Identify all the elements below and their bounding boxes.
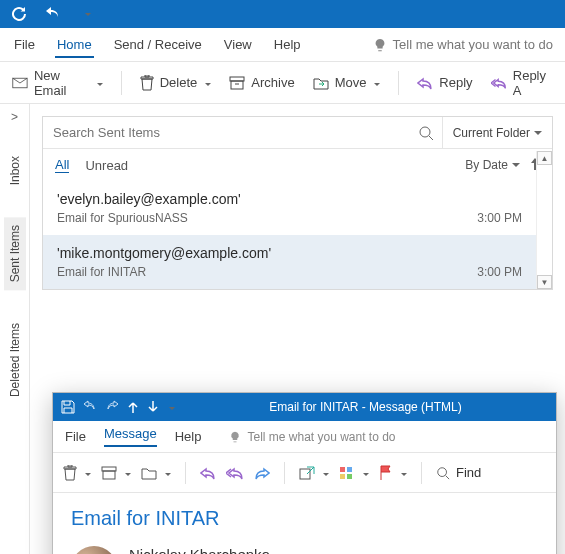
qat-more-icon[interactable] <box>76 3 98 25</box>
forward-button[interactable] <box>254 466 270 480</box>
sort-by-date[interactable]: By Date <box>465 158 520 172</box>
compose-tell-me-label: Tell me what you want to do <box>247 430 395 444</box>
message-list-pane: Current Folder All Unread By Date 'evely… <box>42 116 553 290</box>
rail-expand-icon[interactable]: > <box>11 110 18 124</box>
tab-file[interactable]: File <box>12 31 37 58</box>
redo-icon[interactable] <box>105 400 119 414</box>
archive-button[interactable]: Archive <box>229 75 294 90</box>
categories-icon <box>339 466 355 480</box>
compose-title-bar: Email for INITAR - Message (HTML) <box>53 393 556 421</box>
delete-label: Delete <box>160 75 198 90</box>
archive-icon <box>229 76 245 90</box>
folder-icon <box>141 466 157 480</box>
reply-icon <box>200 466 216 480</box>
refresh-icon[interactable] <box>8 3 30 25</box>
delete-split-button[interactable] <box>63 465 91 481</box>
separator <box>185 462 186 484</box>
reply-all-icon <box>226 466 244 480</box>
reply-button[interactable] <box>200 466 216 480</box>
reply-all-icon <box>491 76 507 90</box>
item-time: 3:00 PM <box>477 211 522 225</box>
reply-button[interactable]: Reply <box>417 75 472 90</box>
forward-icon <box>254 466 270 480</box>
menu-bar: File Home Send / Receive View Help Tell … <box>0 28 565 62</box>
svg-rect-1 <box>230 77 244 81</box>
folder-move-icon <box>313 76 329 90</box>
separator <box>284 462 285 484</box>
tab-view[interactable]: View <box>222 31 254 58</box>
flag-icon <box>379 465 393 481</box>
tab-home[interactable]: Home <box>55 31 94 58</box>
svg-rect-4 <box>102 467 116 471</box>
tell-me-search[interactable]: Tell me what you want to do <box>373 37 553 52</box>
move-button[interactable]: Move <box>313 75 381 90</box>
compose-tab-message[interactable]: Message <box>104 426 157 447</box>
follow-up-button[interactable] <box>379 465 407 481</box>
message-items: 'evelyn.bailey@example.com' Email for Sp… <box>43 181 552 289</box>
delete-button[interactable]: Delete <box>140 75 212 91</box>
scroll-down-icon[interactable]: ▼ <box>537 275 552 289</box>
message-header: Nickolay Kharchenko To 'mike.montgomery@… <box>71 546 538 554</box>
separator <box>121 71 122 95</box>
save-icon[interactable] <box>61 400 75 414</box>
reply-all-label: Reply A <box>513 68 553 98</box>
move-split-button[interactable] <box>141 465 171 480</box>
undo-icon[interactable] <box>83 400 97 414</box>
item-subject: Email for SpuriousNASS <box>57 211 188 225</box>
search-icon[interactable] <box>410 125 442 141</box>
svg-rect-8 <box>347 467 352 472</box>
reply-all-button[interactable]: Reply A <box>491 68 553 98</box>
list-item[interactable]: 'mike.montgomery@example.com' Email for … <box>43 235 536 289</box>
compose-qat-more-icon[interactable] <box>167 400 175 414</box>
svg-rect-6 <box>300 469 310 479</box>
compose-title: Email for INITAR - Message (HTML) <box>183 400 548 414</box>
body-area: > Inbox Sent Items Deleted Items Current… <box>0 104 565 554</box>
title-bar <box>0 0 565 28</box>
find-button[interactable]: Find <box>436 465 481 480</box>
compose-tab-file[interactable]: File <box>65 429 86 444</box>
scrollbar[interactable]: ▲ ▼ <box>536 151 552 289</box>
quick-steps-button[interactable] <box>299 465 329 480</box>
svg-rect-7 <box>340 467 345 472</box>
search-input[interactable] <box>43 125 410 140</box>
new-email-button[interactable]: New Email <box>12 68 103 98</box>
sender-name: Nickolay Kharchenko <box>129 546 367 554</box>
filter-row: All Unread By Date <box>43 149 552 181</box>
filter-unread[interactable]: Unread <box>85 158 128 173</box>
search-scope-dropdown[interactable]: Current Folder <box>442 117 552 148</box>
tell-me-label: Tell me what you want to do <box>393 37 553 52</box>
archive-label: Archive <box>251 75 294 90</box>
separator <box>398 71 399 95</box>
trash-icon <box>140 75 154 91</box>
tab-help[interactable]: Help <box>272 31 303 58</box>
next-item-icon[interactable] <box>147 400 159 414</box>
folder-sent-items[interactable]: Sent Items <box>4 217 26 290</box>
item-from: 'evelyn.bailey@example.com' <box>57 191 522 207</box>
folder-inbox[interactable]: Inbox <box>4 148 26 193</box>
svg-rect-5 <box>103 471 115 479</box>
undo-icon[interactable] <box>42 3 64 25</box>
reply-all-button[interactable] <box>226 466 244 480</box>
item-time: 3:00 PM <box>477 265 522 279</box>
header-fields: Nickolay Kharchenko To 'mike.montgomery@… <box>129 546 367 554</box>
svg-point-11 <box>438 467 447 476</box>
prev-item-icon[interactable] <box>127 400 139 414</box>
new-email-label: New Email <box>34 68 89 98</box>
archive-split-button[interactable] <box>101 465 131 480</box>
reply-label: Reply <box>439 75 472 90</box>
scroll-up-icon[interactable]: ▲ <box>537 151 552 165</box>
categorize-button[interactable] <box>339 465 369 480</box>
folder-deleted-items[interactable]: Deleted Items <box>4 315 26 405</box>
search-row: Current Folder <box>43 117 552 149</box>
avatar <box>71 546 117 554</box>
compose-tell-me[interactable]: Tell me what you want to do <box>229 430 395 444</box>
compose-window: Email for INITAR - Message (HTML) File M… <box>52 392 557 554</box>
compose-tab-help[interactable]: Help <box>175 429 202 444</box>
list-item[interactable]: 'evelyn.bailey@example.com' Email for Sp… <box>43 181 536 235</box>
filter-all[interactable]: All <box>55 157 69 173</box>
reply-icon <box>417 76 433 90</box>
move-label: Move <box>335 75 367 90</box>
svg-point-3 <box>420 127 430 137</box>
tab-send-receive[interactable]: Send / Receive <box>112 31 204 58</box>
search-icon <box>436 466 450 480</box>
